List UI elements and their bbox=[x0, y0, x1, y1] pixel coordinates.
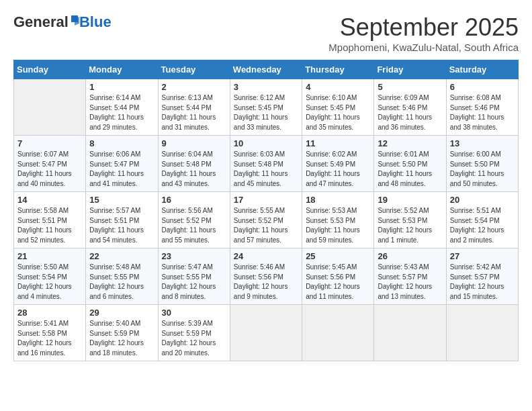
day-info: Sunrise: 5:39 AMSunset: 5:59 PMDaylight:… bbox=[162, 320, 216, 357]
calendar-table: SundayMondayTuesdayWednesdayThursdayFrid… bbox=[13, 60, 519, 361]
day-number: 17 bbox=[234, 195, 298, 205]
day-number: 24 bbox=[234, 251, 298, 261]
day-info: Sunrise: 6:01 AMSunset: 5:50 PMDaylight:… bbox=[378, 150, 432, 187]
calendar-cell: 6 Sunrise: 6:08 AMSunset: 5:46 PMDayligh… bbox=[446, 79, 518, 136]
calendar-cell: 4 Sunrise: 6:10 AMSunset: 5:45 PMDayligh… bbox=[302, 79, 374, 136]
weekday-header-wednesday: Wednesday bbox=[230, 60, 302, 79]
calendar-cell: 29 Sunrise: 5:40 AMSunset: 5:59 PMDaylig… bbox=[86, 305, 158, 361]
header: General Blue September 2025 Mpophomeni, … bbox=[13, 13, 519, 53]
calendar-cell: 28 Sunrise: 5:41 AMSunset: 5:58 PMDaylig… bbox=[14, 305, 86, 361]
calendar-cell: 27 Sunrise: 5:42 AMSunset: 5:57 PMDaylig… bbox=[446, 248, 518, 305]
day-info: Sunrise: 6:06 AMSunset: 5:47 PMDaylight:… bbox=[89, 150, 144, 187]
day-info: Sunrise: 5:47 AMSunset: 5:55 PMDaylight:… bbox=[162, 263, 216, 300]
week-row-2: 7 Sunrise: 6:07 AMSunset: 5:47 PMDayligh… bbox=[14, 136, 519, 192]
day-number: 4 bbox=[306, 82, 370, 92]
calendar-cell: 24 Sunrise: 5:46 AMSunset: 5:56 PMDaylig… bbox=[230, 248, 302, 305]
day-info: Sunrise: 6:10 AMSunset: 5:45 PMDaylight:… bbox=[306, 94, 360, 131]
day-info: Sunrise: 5:45 AMSunset: 5:56 PMDaylight:… bbox=[306, 263, 360, 300]
day-number: 16 bbox=[162, 195, 226, 205]
day-info: Sunrise: 5:56 AMSunset: 5:52 PMDaylight:… bbox=[162, 207, 216, 244]
week-row-3: 14 Sunrise: 5:58 AMSunset: 5:51 PMDaylig… bbox=[14, 192, 519, 248]
day-number: 26 bbox=[378, 251, 442, 261]
day-number: 20 bbox=[450, 195, 515, 205]
day-number: 18 bbox=[306, 195, 370, 205]
day-number: 5 bbox=[378, 82, 442, 92]
calendar-cell: 30 Sunrise: 5:39 AMSunset: 5:59 PMDaylig… bbox=[158, 305, 230, 361]
day-info: Sunrise: 5:41 AMSunset: 5:58 PMDaylight:… bbox=[17, 320, 72, 357]
logo-flag-icon bbox=[70, 15, 79, 29]
day-info: Sunrise: 5:48 AMSunset: 5:55 PMDaylight:… bbox=[89, 263, 144, 300]
calendar-cell: 14 Sunrise: 5:58 AMSunset: 5:51 PMDaylig… bbox=[14, 192, 86, 248]
day-info: Sunrise: 5:58 AMSunset: 5:51 PMDaylight:… bbox=[17, 207, 72, 244]
calendar-cell: 17 Sunrise: 5:55 AMSunset: 5:52 PMDaylig… bbox=[230, 192, 302, 248]
day-info: Sunrise: 5:53 AMSunset: 5:53 PMDaylight:… bbox=[306, 207, 360, 244]
week-row-4: 21 Sunrise: 5:50 AMSunset: 5:54 PMDaylig… bbox=[14, 248, 519, 305]
day-info: Sunrise: 5:55 AMSunset: 5:52 PMDaylight:… bbox=[234, 207, 288, 244]
day-info: Sunrise: 5:42 AMSunset: 5:57 PMDaylight:… bbox=[450, 263, 504, 300]
day-info: Sunrise: 6:13 AMSunset: 5:44 PMDaylight:… bbox=[162, 94, 216, 131]
calendar-cell: 11 Sunrise: 6:02 AMSunset: 5:49 PMDaylig… bbox=[302, 136, 374, 192]
weekday-header-thursday: Thursday bbox=[302, 60, 374, 79]
week-row-5: 28 Sunrise: 5:41 AMSunset: 5:58 PMDaylig… bbox=[14, 305, 519, 361]
day-info: Sunrise: 6:04 AMSunset: 5:48 PMDaylight:… bbox=[162, 150, 216, 187]
calendar-cell: 26 Sunrise: 5:43 AMSunset: 5:57 PMDaylig… bbox=[374, 248, 446, 305]
day-number: 7 bbox=[17, 138, 82, 148]
calendar-cell bbox=[230, 305, 302, 361]
day-number: 14 bbox=[17, 195, 82, 205]
day-number: 29 bbox=[89, 308, 154, 318]
day-number: 28 bbox=[17, 308, 82, 318]
day-number: 30 bbox=[162, 308, 226, 318]
day-info: Sunrise: 6:09 AMSunset: 5:46 PMDaylight:… bbox=[378, 94, 432, 131]
day-number: 3 bbox=[234, 82, 298, 92]
day-number: 8 bbox=[89, 138, 154, 148]
weekday-header-tuesday: Tuesday bbox=[158, 60, 230, 79]
calendar-cell bbox=[374, 305, 446, 361]
calendar-title: September 2025 bbox=[328, 13, 519, 42]
calendar-cell: 21 Sunrise: 5:50 AMSunset: 5:54 PMDaylig… bbox=[14, 248, 86, 305]
day-info: Sunrise: 6:00 AMSunset: 5:50 PMDaylight:… bbox=[450, 150, 504, 187]
day-number: 23 bbox=[162, 251, 226, 261]
day-info: Sunrise: 5:46 AMSunset: 5:56 PMDaylight:… bbox=[234, 263, 288, 300]
calendar-cell: 19 Sunrise: 5:52 AMSunset: 5:53 PMDaylig… bbox=[374, 192, 446, 248]
day-info: Sunrise: 6:03 AMSunset: 5:48 PMDaylight:… bbox=[234, 150, 288, 187]
calendar-cell bbox=[302, 305, 374, 361]
day-number: 9 bbox=[162, 138, 226, 148]
calendar-cell: 15 Sunrise: 5:57 AMSunset: 5:51 PMDaylig… bbox=[86, 192, 158, 248]
calendar-cell: 1 Sunrise: 6:14 AMSunset: 5:44 PMDayligh… bbox=[86, 79, 158, 136]
day-number: 11 bbox=[306, 138, 370, 148]
calendar-cell: 22 Sunrise: 5:48 AMSunset: 5:55 PMDaylig… bbox=[86, 248, 158, 305]
logo-blue-text: Blue bbox=[79, 13, 112, 31]
title-section: September 2025 Mpophomeni, KwaZulu-Natal… bbox=[328, 13, 519, 53]
calendar-cell: 20 Sunrise: 5:51 AMSunset: 5:54 PMDaylig… bbox=[446, 192, 518, 248]
day-number: 13 bbox=[450, 138, 515, 148]
day-number: 19 bbox=[378, 195, 442, 205]
day-number: 25 bbox=[306, 251, 370, 261]
day-info: Sunrise: 6:08 AMSunset: 5:46 PMDaylight:… bbox=[450, 94, 504, 131]
day-number: 22 bbox=[89, 251, 154, 261]
calendar-cell: 8 Sunrise: 6:06 AMSunset: 5:47 PMDayligh… bbox=[86, 136, 158, 192]
weekday-header-monday: Monday bbox=[86, 60, 158, 79]
weekday-header-sunday: Sunday bbox=[14, 60, 86, 79]
calendar-cell bbox=[446, 305, 518, 361]
calendar-cell: 9 Sunrise: 6:04 AMSunset: 5:48 PMDayligh… bbox=[158, 136, 230, 192]
day-number: 6 bbox=[450, 82, 515, 92]
weekday-header-saturday: Saturday bbox=[446, 60, 518, 79]
calendar-subtitle: Mpophomeni, KwaZulu-Natal, South Africa bbox=[328, 42, 519, 53]
day-number: 12 bbox=[378, 138, 442, 148]
day-info: Sunrise: 5:50 AMSunset: 5:54 PMDaylight:… bbox=[17, 263, 72, 300]
day-info: Sunrise: 6:14 AMSunset: 5:44 PMDaylight:… bbox=[89, 94, 144, 131]
calendar-cell: 3 Sunrise: 6:12 AMSunset: 5:45 PMDayligh… bbox=[230, 79, 302, 136]
logo: General Blue bbox=[13, 13, 112, 31]
day-number: 1 bbox=[89, 82, 154, 92]
weekday-header-row: SundayMondayTuesdayWednesdayThursdayFrid… bbox=[14, 60, 519, 79]
week-row-1: 1 Sunrise: 6:14 AMSunset: 5:44 PMDayligh… bbox=[14, 79, 519, 136]
calendar-cell: 5 Sunrise: 6:09 AMSunset: 5:46 PMDayligh… bbox=[374, 79, 446, 136]
calendar-cell: 2 Sunrise: 6:13 AMSunset: 5:44 PMDayligh… bbox=[158, 79, 230, 136]
day-info: Sunrise: 6:02 AMSunset: 5:49 PMDaylight:… bbox=[306, 150, 360, 187]
day-info: Sunrise: 5:52 AMSunset: 5:53 PMDaylight:… bbox=[378, 207, 432, 244]
day-info: Sunrise: 5:57 AMSunset: 5:51 PMDaylight:… bbox=[89, 207, 144, 244]
day-number: 15 bbox=[89, 195, 154, 205]
calendar-cell: 13 Sunrise: 6:00 AMSunset: 5:50 PMDaylig… bbox=[446, 136, 518, 192]
calendar-cell: 12 Sunrise: 6:01 AMSunset: 5:50 PMDaylig… bbox=[374, 136, 446, 192]
calendar-cell bbox=[14, 79, 86, 136]
